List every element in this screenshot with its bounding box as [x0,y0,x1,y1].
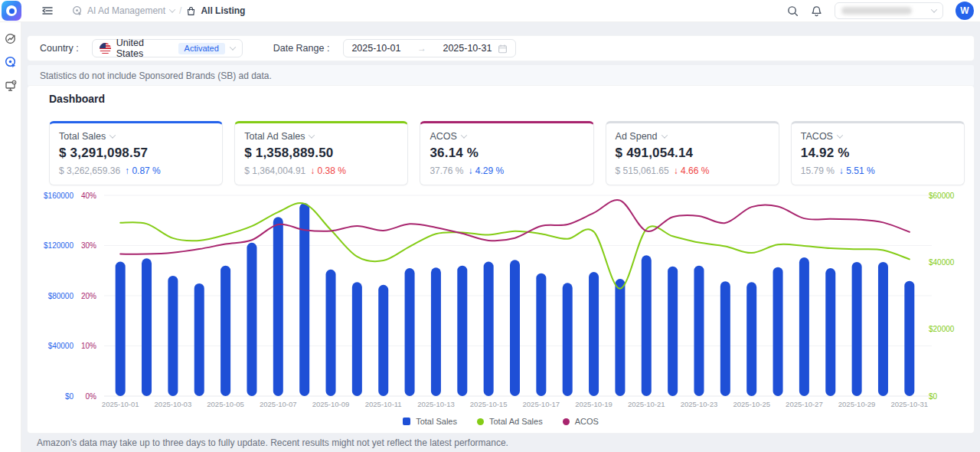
svg-text:$40000: $40000 [48,342,74,350]
legend-item-total-ad-sales[interactable]: Total Ad Sales [477,417,543,426]
bar-2025-10-28[interactable] [825,268,835,396]
bar-2025-10-20[interactable] [615,279,625,396]
bar-2025-10-05[interactable] [220,266,230,396]
date-end[interactable]: 2025-10-31 [443,43,492,54]
bar-2025-10-29[interactable] [852,262,862,396]
svg-text:2025-10-27: 2025-10-27 [786,400,823,408]
country-value: United States [116,38,173,59]
stat-card-previous: $ 1,364,004.91 [244,165,305,176]
calendar-icon [498,44,508,54]
svg-text:$80000: $80000 [48,292,74,300]
bar-2025-10-17[interactable] [536,273,546,396]
bar-2025-10-22[interactable] [668,267,678,396]
bar-2025-10-08[interactable] [299,203,309,396]
breadcrumb-app[interactable]: AI Ad Management [87,5,165,16]
bar-2025-10-11[interactable] [378,285,388,396]
bar-2025-10-19[interactable] [589,272,599,396]
bar-2025-10-03[interactable] [168,276,178,396]
stat-card-total-sales: Total Sales $ 3,291,098.57 $ 3,262,659.3… [49,121,223,185]
bar-2025-10-27[interactable] [799,257,809,396]
stat-card-previous: $ 515,061.65 [616,165,669,176]
stat-card-label: Ad Spend [616,131,658,142]
bar-2025-10-01[interactable] [116,262,126,396]
country-select[interactable]: United States Activated [92,39,243,57]
bar-2025-10-18[interactable] [563,283,573,396]
filter-bar: Country : United States Activated Date R… [28,36,974,61]
bar-2025-10-10[interactable] [352,282,362,396]
breadcrumb: AI Ad Management / All Listing [72,5,245,16]
svg-text:30%: 30% [81,241,96,250]
bar-2025-10-31[interactable] [904,281,914,396]
stat-card-tacos: TACOS 14.92 % 15.79 % ↓ 5.51 % [791,121,965,185]
metric-selector-acos[interactable]: ACOS [430,131,583,142]
app-logo-icon[interactable] [2,1,21,21]
svg-text:$60000: $60000 [929,192,955,200]
bar-2025-10-09[interactable] [326,270,336,396]
legend-item-acos[interactable]: ACOS [563,417,599,426]
stat-card-value: 36.14 % [430,146,583,161]
bar-2025-10-26[interactable] [773,267,783,396]
stat-card-label: ACOS [430,131,456,142]
date-start[interactable]: 2025-10-01 [351,43,400,54]
date-range-arrow: → [407,43,436,54]
dashboard-chart[interactable]: $160000$120000$80000$40000$040%30%20%10%… [34,190,971,412]
stat-cards: Total Sales $ 3,291,098.57 $ 3,262,659.3… [49,121,965,185]
bar-2025-10-06[interactable] [247,243,256,396]
page-title: Dashboard [49,93,105,105]
svg-text:2025-10-09: 2025-10-09 [312,400,350,408]
bar-2025-10-21[interactable] [642,255,652,396]
metric-selector-tacos[interactable]: TACOS [801,131,955,142]
metric-selector-total-sales[interactable]: Total Sales [59,131,213,142]
chevron-down-icon [837,132,843,138]
bar-2025-10-23[interactable] [694,266,704,396]
user-avatar[interactable]: W [956,2,974,20]
search-icon[interactable] [787,5,799,17]
chevron-down-icon [309,132,315,138]
svg-text:$0: $0 [929,392,938,401]
stat-card-label: Total Sales [59,131,106,142]
stat-card-change: ↓ 0.38 % [310,165,346,176]
bar-2025-10-07[interactable] [273,217,283,396]
svg-text:$20000: $20000 [929,325,955,333]
sidebar-item-performance-icon[interactable] [5,32,17,44]
stat-card-previous: $ 3,262,659.36 [59,165,120,176]
chevron-down-icon [931,6,937,12]
svg-text:0%: 0% [86,392,97,401]
country-label: Country : [40,43,79,54]
menu-toggle-icon[interactable] [41,5,54,17]
bar-2025-10-12[interactable] [405,268,415,396]
date-range-picker[interactable]: 2025-10-01 → 2025-10-31 [343,39,516,57]
breadcrumb-separator: / [179,5,181,16]
dashboard-panel: Dashboard Total Sales $ 3,291,098.57 $ 3… [28,86,974,433]
bar-2025-10-24[interactable] [720,281,730,396]
bar-2025-10-02[interactable] [142,258,152,396]
legend-marker-icon [477,418,484,425]
bar-2025-10-14[interactable] [457,266,467,396]
notification-bell-icon[interactable] [811,5,822,17]
sidebar-item-listing-settings-icon[interactable] [5,80,17,92]
svg-text:2025-10-15: 2025-10-15 [470,400,508,408]
metric-selector-ad-spend[interactable]: Ad Spend [616,131,769,142]
stat-card-previous: 15.79 % [801,165,835,176]
bar-2025-10-15[interactable] [484,262,494,396]
svg-text:2025-10-17: 2025-10-17 [523,400,560,408]
bar-2025-10-30[interactable] [878,262,888,396]
chevron-down-icon [109,132,116,138]
workspace-select[interactable] [835,2,943,19]
breadcrumb-page[interactable]: All Listing [201,5,245,16]
chevron-down-icon[interactable] [169,6,175,12]
bar-2025-10-13[interactable] [431,267,441,396]
workspace-select-value-blurred [841,7,912,15]
bar-2025-10-25[interactable] [746,282,756,396]
svg-text:2025-10-01: 2025-10-01 [102,400,139,408]
bar-2025-10-04[interactable] [194,283,204,396]
svg-text:10%: 10% [81,342,96,350]
metric-selector-total-ad-sales[interactable]: Total Ad Sales [244,131,398,142]
chevron-down-icon [230,44,236,50]
line-acos[interactable] [120,200,910,254]
bar-2025-10-16[interactable] [510,260,520,396]
legend-item-total-sales[interactable]: Total Sales [403,417,457,426]
svg-text:2025-10-23: 2025-10-23 [681,400,718,408]
sidebar-item-ai-ad-management-icon[interactable] [5,56,17,68]
sb-data-notice: Statistics do not include Sponsored Bran… [28,65,974,86]
